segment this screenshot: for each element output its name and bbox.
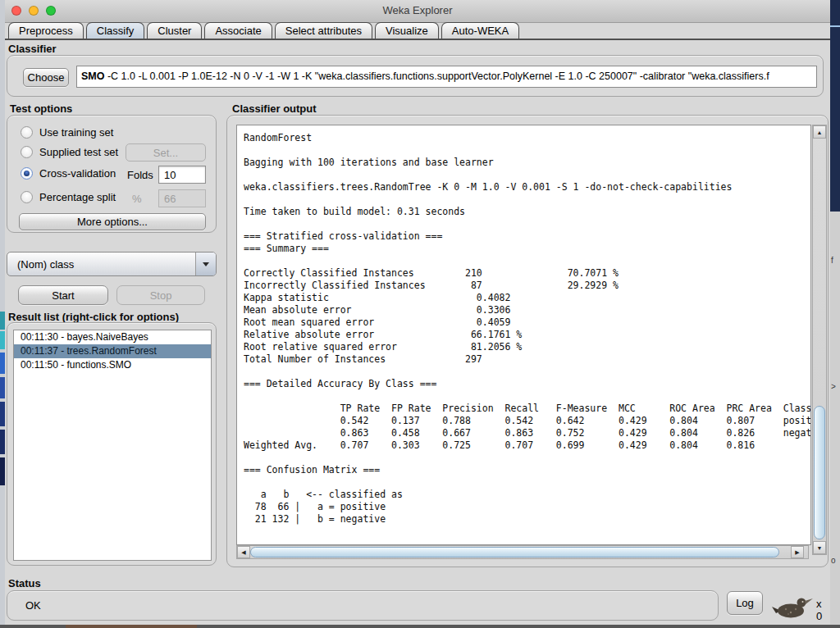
stop-button[interactable]: Stop (116, 285, 205, 305)
classifier-output-text: RandomForest Bagging with 100 iterations… (237, 125, 810, 526)
folds-input[interactable] (158, 166, 206, 184)
percentage-split-radio[interactable] (21, 191, 33, 203)
scroll-up-icon[interactable]: ▲ (813, 125, 826, 139)
choose-button[interactable]: Choose (23, 68, 69, 87)
background-bottom-edge (0, 625, 840, 628)
tab-visualize[interactable]: Visualize (375, 22, 439, 39)
cross-validation-label: Cross-validation (39, 167, 116, 180)
classifier-output-panel: RandomForest Bagging with 100 iterations… (226, 115, 829, 567)
test-options-panel: Use training set Supplied test set Set..… (7, 115, 217, 233)
weka-bird-icon (771, 592, 814, 620)
classifier-name: SMO (81, 71, 104, 82)
status-panel: OK (7, 590, 719, 621)
test-options-label: Test options (10, 102, 72, 115)
scroll-left-icon[interactable]: ◀ (237, 546, 250, 558)
set-button[interactable]: Set... (126, 143, 206, 162)
classifier-section-label: Classifier (8, 43, 57, 55)
tab-classify[interactable]: Classify (86, 22, 145, 39)
weka-bird-counter: x 0 (816, 598, 830, 622)
status-section-label: Status (8, 577, 41, 589)
scroll-right-icon[interactable]: ▶ (791, 546, 804, 558)
tab-bar: Preprocess Classify Cluster Associate Se… (8, 23, 519, 39)
classifier-panel: Choose SMO -C 1.0 -L 0.001 -P 1.0E-12 -N… (7, 55, 824, 97)
weka-explorer-screen: f > o Weka Explorer Preprocess Classify … (0, 0, 840, 628)
percent-input[interactable] (158, 189, 206, 207)
result-list-label: Result list (right-click for options) (8, 311, 179, 323)
result-item-naivebayes[interactable]: 00:11:30 - bayes.NaiveBayes (14, 330, 211, 344)
percent-label: % (132, 193, 142, 205)
tab-divider (5, 39, 830, 40)
minimize-icon[interactable] (29, 6, 39, 16)
class-attribute-value: (Nom) class (7, 258, 195, 271)
chevron-down-icon (203, 262, 209, 266)
close-icon[interactable] (11, 6, 21, 16)
scroll-down-icon[interactable]: ▼ (813, 541, 826, 554)
combo-arrow-cap[interactable] (195, 253, 216, 275)
result-item-randomforest[interactable]: 00:11:37 - trees.RandomForest (14, 344, 211, 358)
folds-label: Folds (127, 169, 153, 181)
horizontal-scrollbar-thumb[interactable] (250, 547, 779, 557)
zoom-icon[interactable] (46, 6, 56, 16)
supplied-test-set-radio[interactable] (21, 146, 33, 158)
tab-preprocess[interactable]: Preprocess (8, 22, 84, 39)
background-window-right-edge: f > o (830, 0, 840, 628)
classifier-output-label: Classifier output (232, 102, 317, 115)
result-item-smo[interactable]: 00:11:50 - functions.SMO (14, 358, 211, 372)
result-list-panel: 00:11:30 - bayes.NaiveBayes 00:11:37 - t… (7, 322, 217, 566)
supplied-test-set-label: Supplied test set (39, 146, 118, 158)
classifier-output-text-area[interactable]: RandomForest Bagging with 100 iterations… (236, 125, 811, 545)
class-attribute-combo[interactable]: (Nom) class (7, 252, 217, 276)
percentage-split-label: Percentage split (39, 191, 116, 203)
use-training-set-label: Use training set (39, 126, 113, 139)
weka-explorer-window: Weka Explorer Preprocess Classify Cluste… (5, 0, 830, 625)
tab-select-attributes[interactable]: Select attributes (275, 22, 372, 39)
result-list-box[interactable]: 00:11:30 - bayes.NaiveBayes 00:11:37 - t… (13, 330, 212, 561)
tab-auto-weka[interactable]: Auto-WEKA (441, 22, 519, 39)
classifier-options: -C 1.0 -L 0.001 -P 1.0E-12 -N 0 -V -1 -W… (104, 71, 769, 82)
title-bar[interactable]: Weka Explorer (5, 0, 830, 23)
tab-cluster[interactable]: Cluster (147, 22, 202, 39)
more-options-button[interactable]: More options... (19, 213, 206, 230)
tab-associate[interactable]: Associate (204, 22, 272, 39)
status-value: OK (25, 599, 41, 612)
vertical-scrollbar[interactable]: ▲ ▼ (812, 125, 827, 555)
window-title: Weka Explorer (5, 0, 830, 21)
use-training-set-radio[interactable] (21, 126, 33, 139)
vertical-scrollbar-thumb[interactable] (814, 406, 825, 539)
horizontal-scrollbar[interactable]: ◀ ▶ (236, 545, 809, 559)
log-button[interactable]: Log (727, 591, 763, 615)
cross-validation-radio[interactable] (21, 167, 33, 180)
classifier-command-field[interactable]: SMO -C 1.0 -L 0.001 -P 1.0E-12 -N 0 -V -… (76, 66, 817, 88)
start-button[interactable]: Start (18, 285, 108, 305)
